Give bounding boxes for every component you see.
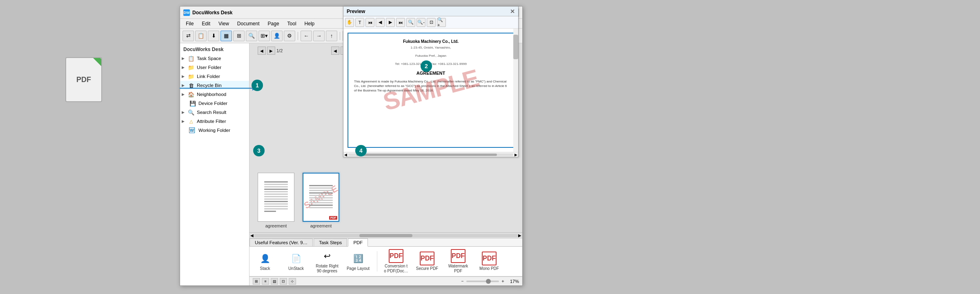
menu-edit[interactable]: Edit: [198, 20, 214, 27]
thumb-lines-1: [262, 179, 290, 216]
status-bar: ⊞ ≡ ▤ ⊡ ⊹ － ＋ 17%: [249, 276, 522, 285]
preview-company-name: Fukuoka Machinery Co., Ltd.: [354, 38, 508, 45]
sidebar-item-linkfolder[interactable]: ▶ 📁 Link Folder: [180, 72, 249, 81]
tool-stack[interactable]: 👤 Stack: [253, 252, 277, 271]
toolbar-btn-search[interactable]: 🔍: [246, 31, 257, 41]
scroll-track[interactable]: [254, 234, 518, 237]
sidebar-item-userfolder[interactable]: ▶ 📁 User Folder: [180, 63, 249, 72]
preview-scrollbar[interactable]: [513, 29, 518, 152]
icon-devicefolder: 💾: [189, 100, 196, 107]
sidebar-item-attributefilter[interactable]: ▶ △ Attribute Filter: [180, 117, 249, 126]
preview-hscrollbar[interactable]: ◀ ▶: [343, 152, 518, 157]
tool-secure-pdf[interactable]: PDF Secure PDF: [415, 252, 439, 271]
zoom-plus[interactable]: ＋: [501, 278, 505, 284]
thumb-prev-2[interactable]: ◀: [331, 47, 339, 55]
tool-mono-pdf[interactable]: PDF Mono PDF: [477, 252, 501, 271]
toolbar-btn-1[interactable]: ⇄: [183, 31, 194, 41]
sidebar-item-workingfolder[interactable]: W Working Folder: [180, 126, 249, 135]
menu-document[interactable]: Document: [233, 20, 264, 27]
thumbnail-item-2[interactable]: SAMPLE: [303, 173, 339, 228]
pdf-icon-area: PDF: [65, 57, 102, 102]
status-icon-extra[interactable]: ⊹: [289, 278, 296, 285]
tool-watermark-pdf[interactable]: PDF WatermarkPDF: [446, 249, 470, 274]
arrow-searchresult: ▶: [182, 110, 187, 114]
preview-scroll-right[interactable]: ▶: [514, 153, 517, 157]
tool-conversion-pdf[interactable]: PDF Conversion to PDF(Doc…: [384, 249, 408, 274]
preview-scroll-track[interactable]: [348, 154, 513, 156]
badge-1: 1: [252, 80, 263, 91]
preview-next-page[interactable]: ▶: [386, 18, 395, 27]
tab-pdf[interactable]: PDF: [348, 238, 368, 247]
preview-scrollbar-thumb[interactable]: [513, 35, 518, 59]
toolbar-btn-back[interactable]: ←: [301, 31, 312, 41]
preview-fit[interactable]: ⊡: [427, 18, 436, 27]
toolbar-btn-up[interactable]: ↑: [326, 31, 337, 41]
scroll-thumb[interactable]: [359, 234, 412, 237]
toolbar-btn-3[interactable]: ⬇: [208, 31, 219, 41]
arrow-attributefilter: ▶: [182, 119, 187, 123]
toolbar-btn-5[interactable]: ⊞: [233, 31, 245, 41]
thumbnail-img-2[interactable]: SAMPLE: [303, 173, 339, 222]
menu-help[interactable]: Help: [301, 20, 319, 27]
menu-tool[interactable]: Tool: [283, 20, 301, 27]
preview-prev-page[interactable]: ◀: [376, 18, 385, 27]
menu-view[interactable]: View: [214, 20, 233, 27]
watermark-pdf-label: WatermarkPDF: [448, 264, 468, 274]
status-icon-list[interactable]: ≡: [262, 278, 269, 285]
label-workingfolder: Working Folder: [198, 128, 230, 133]
tool-page-layout[interactable]: 🔢 Page Layout: [346, 252, 370, 271]
menu-page[interactable]: Page: [264, 20, 283, 27]
sidebar-item-searchresult[interactable]: ▶ 🔍 Search Result: [180, 108, 249, 117]
tool-rotate[interactable]: ↩ Rotate Right90 degrees: [315, 249, 339, 274]
thumbnail-item-1[interactable]: agreement: [258, 173, 294, 228]
toolbar-btn-settings[interactable]: ⚙: [284, 31, 295, 41]
status-icons: ⊞ ≡ ▤ ⊡ ⊹: [253, 278, 296, 285]
status-icon-detail[interactable]: ▤: [271, 278, 278, 285]
toolbar-btn-2[interactable]: 📋: [195, 31, 207, 41]
thumbnail-img-1[interactable]: [258, 173, 294, 222]
label-neighborhood: Neighborhood: [197, 92, 226, 97]
thumb-prev-1[interactable]: ◀: [258, 47, 266, 55]
stack-icon: 👤: [258, 252, 272, 265]
sidebar-item-taskspace[interactable]: ▶ 📋 Task Space: [180, 54, 249, 63]
badge-2: 2: [421, 60, 432, 72]
icon-neighborhood: 🏠: [187, 91, 195, 98]
thumb-next-1[interactable]: ▶: [267, 47, 275, 55]
scroll-right-btn[interactable]: ▶: [518, 233, 521, 238]
menu-file[interactable]: File: [182, 20, 198, 27]
h-scrollbar[interactable]: ◀ ▶: [249, 232, 522, 238]
tab-task-steps[interactable]: Task Steps: [314, 238, 347, 246]
preview-zoom-out[interactable]: 🔍-: [416, 18, 425, 27]
tab-useful-features[interactable]: Useful Features (Ver. 9…: [249, 238, 313, 246]
toolbar-btn-4[interactable]: ▦: [220, 31, 232, 41]
preview-close-button[interactable]: ✕: [510, 8, 515, 15]
status-icon-thumb[interactable]: ⊡: [280, 278, 287, 285]
preview-panel: Preview ✕ ✋ T ⏮ ◀ ▶ ⏭ 🔍 🔍- ⊡ 🔍+ Fukuoka …: [343, 6, 519, 157]
zoom-track[interactable]: [466, 281, 499, 282]
preview-zoom-in[interactable]: 🔍+: [437, 18, 446, 27]
unstack-icon: 📄: [289, 252, 303, 265]
preview-last-page[interactable]: ⏭: [396, 18, 405, 27]
preview-address-2: Fukuoka Pref., Japan: [354, 53, 508, 58]
zoom-level: 17%: [507, 279, 519, 284]
page-layout-icon: 🔢: [351, 252, 365, 265]
scroll-left-btn[interactable]: ◀: [250, 233, 254, 238]
sidebar-item-neighborhood[interactable]: ▶ 🏠 Neighborhood: [180, 90, 249, 99]
zoom-minus[interactable]: －: [460, 278, 465, 284]
preview-zoom-mode[interactable]: 🔍: [406, 18, 415, 27]
zoom-thumb[interactable]: [486, 279, 491, 284]
toolbar-btn-forward[interactable]: →: [313, 31, 325, 41]
toolbar-btn-person[interactable]: 👤: [271, 31, 283, 41]
status-icon-grid[interactable]: ⊞: [253, 278, 260, 285]
sidebar-item-devicefolder[interactable]: 💾 Device Folder: [180, 99, 249, 108]
icon-workingfolder: W: [189, 127, 195, 133]
preview-text-tool[interactable]: T: [355, 18, 364, 27]
preview-scroll-thumb-h[interactable]: [356, 154, 497, 156]
preview-scroll-left[interactable]: ◀: [344, 153, 347, 157]
preview-hand-tool[interactable]: ✋: [345, 18, 354, 27]
toolbar-btn-grid[interactable]: ⊞▾: [258, 31, 270, 41]
tool-unstack[interactable]: 📄 UnStack: [284, 252, 308, 271]
preview-first-page[interactable]: ⏮: [365, 18, 374, 27]
conversion-pdf-label: Conversion to PDF(Doc…: [384, 264, 408, 274]
preview-title: Preview: [347, 9, 365, 14]
